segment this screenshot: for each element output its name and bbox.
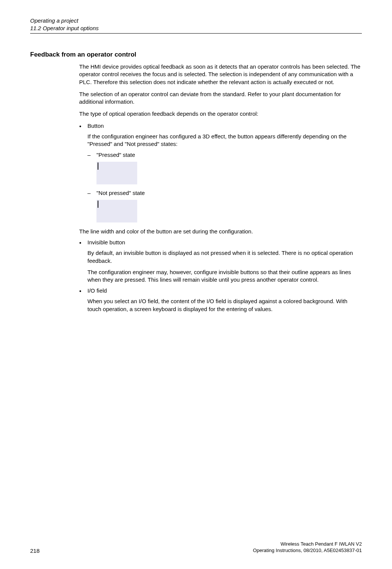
bullet-body-1: By default, an invisible button is displ… (87, 249, 362, 265)
bullet-label: Invisible button (87, 239, 362, 245)
button-pressed-icon (96, 162, 137, 184)
notpressed-button-image (96, 200, 362, 222)
sub-list-2: "Not pressed" state (87, 190, 362, 196)
page-header: Operating a project 11.2 Operator input … (30, 17, 99, 32)
bullet-after: The line width and color of the button a… (79, 228, 362, 235)
bullet-body-2: The configuration engineer may, however,… (87, 268, 362, 284)
intro-para-1: The HMI device provides optical feedback… (79, 63, 362, 86)
bullet-button: Button If the configuration engineer has… (79, 123, 362, 236)
section-title: Feedback from an operator control (30, 51, 362, 58)
header-rule (30, 33, 362, 34)
intro-para-2: The selection of an operator control can… (79, 90, 362, 106)
bullet-label: I/O field (87, 287, 362, 294)
sub-pressed: "Pressed" state (87, 152, 362, 158)
bullet-invisible: Invisible button By default, an invisibl… (79, 239, 362, 284)
bullet-list: Button If the configuration engineer has… (79, 123, 362, 313)
button-pressed-inner (98, 163, 98, 170)
bullet-label: Button (87, 123, 362, 129)
footer-page-number: 218 (30, 548, 40, 554)
footer-right: Wireless Teach Pendant F IWLAN V2 Operat… (30, 541, 362, 554)
bullet-io-field: I/O field When you select an I/O field, … (79, 287, 362, 313)
pressed-button-image (96, 162, 362, 184)
sub-notpressed: "Not pressed" state (87, 190, 362, 196)
bullet-body: When you select an I/O field, the conten… (87, 298, 362, 313)
sub-notpressed-label: "Not pressed" state (96, 190, 145, 196)
sub-list: "Pressed" state (87, 152, 362, 158)
footer-right-1: Wireless Teach Pendant F IWLAN V2 (30, 541, 362, 548)
button-notpressed-inner (98, 201, 98, 208)
content: Feedback from an operator control The HM… (30, 51, 362, 317)
bullet-body: If the configuration engineer has config… (87, 133, 362, 148)
body: The HMI device provides optical feedback… (79, 63, 362, 313)
header-line-2: 11.2 Operator input options (30, 25, 99, 32)
sub-pressed-label: "Pressed" state (96, 152, 135, 158)
intro-para-3: The type of optical operation feedback d… (79, 110, 362, 118)
header-line-1: Operating a project (30, 17, 99, 25)
button-notpressed-icon (96, 200, 137, 222)
footer: 218 Wireless Teach Pendant F IWLAN V2 Op… (30, 541, 362, 554)
footer-right-2: Operating Instructions, 08/2010, A5E0245… (30, 547, 362, 554)
